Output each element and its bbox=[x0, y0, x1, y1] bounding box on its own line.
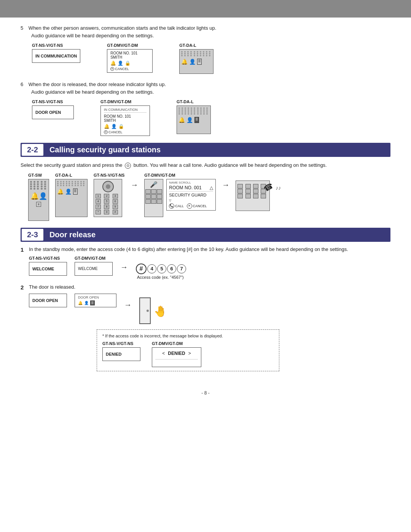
section22-devices: GT-SW 🔔👤 II GT-DA-L bbox=[28, 173, 390, 221]
ns-circle-button bbox=[102, 181, 114, 192]
s22-dmv-group: GT-DMV/GT-DM 🎤 bbox=[144, 173, 216, 217]
step6-dmv-comm: IN COMMUNICATION bbox=[104, 107, 147, 113]
page-number: - 8 - bbox=[0, 390, 411, 396]
section23-heading: 2-3 Door release bbox=[21, 228, 390, 242]
step5-ns-screen: IN COMMUNICATION bbox=[32, 49, 80, 63]
step2-block: II bbox=[90, 300, 95, 305]
s22-ns-block: GT-NS-V/GT-NS 123 456 789 *0# bbox=[94, 173, 124, 217]
step1-arrow: → bbox=[120, 256, 128, 272]
step2-person: 👤 bbox=[84, 301, 89, 305]
person-icon: 👤 bbox=[118, 61, 123, 66]
step6-cancel-icon: ✕ bbox=[104, 130, 108, 134]
step2-num: 2 bbox=[21, 284, 27, 291]
denied-dmv-block: GT-DMV/GT-DM < DENIED > bbox=[152, 341, 201, 367]
security-guard-text: SECURITY GUARD bbox=[169, 193, 213, 197]
step5-line1: When the other person answers, communica… bbox=[29, 25, 217, 31]
step5-dmv-screen: ROOM NO. 101 SMITH 🔔 👤 🔒 ✕ CANCEL bbox=[107, 49, 153, 73]
door-panel bbox=[139, 297, 151, 324]
s22-person: 👤 bbox=[65, 189, 72, 195]
step2-ns-screen: DOOR OPEN bbox=[29, 294, 67, 307]
denied-ns-block: GT-NS-V/GT-NS DENIED bbox=[102, 341, 140, 367]
step2-arrow: → bbox=[124, 294, 132, 309]
sw-icons: 🔔👤 bbox=[30, 192, 47, 200]
step5-ns-label: GT-NS-V/GT-NS bbox=[32, 43, 63, 48]
s22-dmv-block: GT-DMV/GT-DM 🎤 bbox=[144, 173, 216, 217]
cancel-circle-icon: ✕ bbox=[110, 67, 114, 71]
cancel2-icon: ✕ CANCEL bbox=[187, 203, 207, 209]
step5-ns-block: GT-NS-V/GT-NS IN COMMUNICATION bbox=[32, 43, 80, 63]
step2-text: The door is released. bbox=[29, 284, 75, 291]
error-note: * If the access code is incorrect, the m… bbox=[102, 334, 274, 338]
dal-icon-row: 🔔 👤 II bbox=[181, 59, 212, 65]
step6-dal-block: II bbox=[194, 117, 199, 123]
cancel2-circle-icon: ✕ bbox=[187, 203, 192, 209]
step6-text: 6 When the door is released, the door re… bbox=[21, 81, 390, 96]
step1-text: In the standby mode, enter the access co… bbox=[29, 246, 348, 253]
denied-ns-label: GT-NS-V/GT-NS bbox=[102, 341, 133, 346]
step1-devices: GT-NS-V/GT-NS WELCOME GT-DMV/GT-DM WELCO… bbox=[29, 256, 390, 280]
call-circle-icon: 📞 bbox=[169, 203, 174, 209]
page-content: 5 When the other person answers, communi… bbox=[0, 18, 411, 383]
step6-person-icon: 👤 bbox=[111, 124, 117, 129]
hand-key-icon: 🤚 bbox=[154, 297, 167, 318]
step6-dmv-room: ROOM NO. 101 bbox=[104, 114, 147, 118]
step5-dmv-name: SMITH bbox=[110, 55, 149, 59]
step6-dal-label: GT-DA-L bbox=[177, 99, 194, 104]
button-symbol: ⊙ bbox=[125, 163, 131, 169]
step6-line2: Audio guidance will be heard depending o… bbox=[31, 89, 154, 95]
s22-arrow2: → bbox=[222, 173, 229, 189]
denied-right-arrow: > bbox=[188, 351, 191, 356]
section23-title: Door release bbox=[43, 228, 102, 241]
step1-dmv-screen: WELCOME bbox=[75, 262, 113, 276]
step1-num: 1 bbox=[21, 246, 27, 253]
s22-block: II bbox=[73, 189, 78, 195]
section22-num: 2-2 bbox=[22, 144, 43, 156]
key-6: 6 bbox=[167, 264, 176, 273]
name-scroll-label: NAME SCROLL bbox=[169, 181, 213, 184]
gtsw-device: 🔔👤 II bbox=[28, 179, 49, 221]
gtsw-block: GT-SW 🔔👤 II bbox=[28, 173, 49, 221]
telephone-device: ☎ ♪♪ bbox=[236, 181, 270, 211]
s22-dmv-label: GT-DMV/GT-DM bbox=[144, 173, 175, 177]
step5-num: 5 bbox=[21, 24, 23, 32]
hash-key: # bbox=[136, 264, 147, 274]
step6-lock-icon: 🔒 bbox=[118, 124, 124, 129]
step6-devices: GT-NS-V/GT-NS DOOR OPEN GT-DMV/GT-DM IN … bbox=[32, 99, 390, 136]
dal-person-icon: 👤 bbox=[189, 59, 196, 65]
sw-label-bottom: II bbox=[36, 202, 41, 207]
section22-title: Calling security guard stations bbox=[43, 143, 167, 157]
door-container: 🤚 bbox=[139, 294, 167, 324]
step5-dmv-icons: 🔔 👤 🔒 bbox=[110, 61, 149, 66]
step1-dmv-block: GT-DMV/GT-DM WELCOME bbox=[75, 256, 113, 276]
sound-waves-icon: ♪♪ bbox=[276, 185, 281, 191]
step6-dmv-block: GT-DMV/GT-DM IN COMMUNICATION ROOM NO. 1… bbox=[100, 99, 150, 136]
denied-ns-screen: DENIED bbox=[102, 347, 140, 361]
step6-dal-dots bbox=[178, 107, 209, 115]
step6-ns-block: GT-NS-V/GT-NS DOOR OPEN bbox=[32, 99, 74, 119]
step6-dmv-screen: IN COMMUNICATION ROOM NO. 101 SMITH 🔔 👤 … bbox=[100, 105, 150, 136]
sw-dot-grid bbox=[30, 181, 47, 190]
access-code-container: # 4 5 6 7 Access code (ex. "4567") bbox=[135, 256, 186, 280]
key-4: 4 bbox=[147, 264, 156, 273]
step5-dal-block: GT-DA-L 🔔 👤 II bbox=[179, 43, 213, 74]
key-5: 5 bbox=[157, 264, 166, 273]
step6-cancel: ✕ CANCEL bbox=[104, 130, 147, 134]
section23-num: 2-3 bbox=[22, 229, 43, 241]
s22-ns-device: 123 456 789 *0# bbox=[94, 179, 122, 217]
step2-container: 2 The door is released. DOOR OPEN DOOR O… bbox=[21, 284, 390, 324]
step2-ns-block: DOOR OPEN bbox=[29, 294, 67, 307]
access-code-row: # 4 5 6 7 bbox=[135, 264, 186, 274]
step6-dal-icons: 🔔 👤 II bbox=[178, 117, 209, 123]
step1-dmv-label: GT-DMV/GT-DM bbox=[75, 256, 105, 260]
step6-dal-bell: 🔔 bbox=[178, 117, 185, 123]
step6-num: 6 bbox=[21, 81, 23, 88]
step2-dmv-screen: DOOR OPEN 🔔 👤 II bbox=[75, 294, 116, 307]
step1-ns-block: GT-NS-V/GT-NS WELCOME bbox=[29, 256, 67, 276]
step6-dmv-label: GT-DMV/GT-DM bbox=[100, 99, 131, 104]
s22-ns-label: GT-NS-V/GT-NS bbox=[94, 173, 124, 177]
step2-dmv-block: DOOR OPEN 🔔 👤 II bbox=[75, 294, 116, 307]
step5-dmv-block: GT-DMV/GT-DM ROOM NO. 101 SMITH 🔔 👤 🔒 ✕ … bbox=[107, 43, 153, 73]
call-cancel-row: 📞 CALL ✕ CANCEL bbox=[169, 203, 213, 209]
step5-dal-screen: 🔔 👤 II bbox=[179, 49, 213, 74]
error-info-box: * If the access code is incorrect, the m… bbox=[97, 329, 279, 371]
